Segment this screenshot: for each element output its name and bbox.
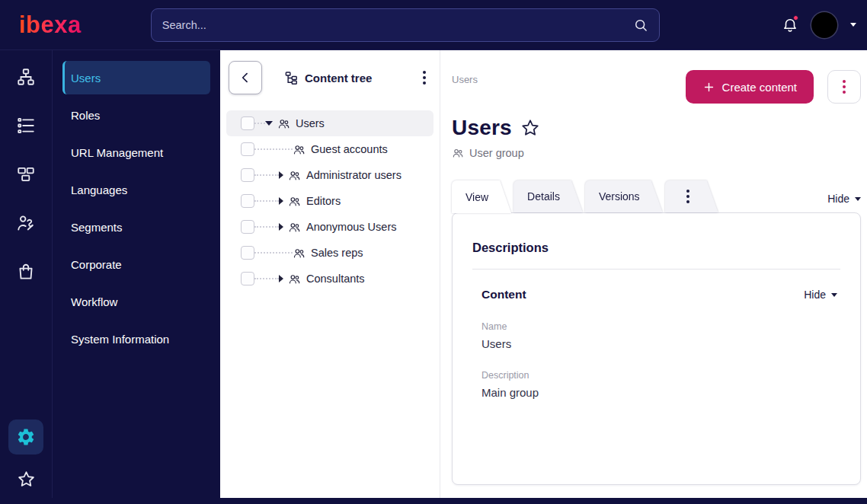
caret-right-icon[interactable] xyxy=(279,223,283,231)
tab-wrap: View xyxy=(452,180,511,212)
notifications-bell-icon[interactable] xyxy=(782,17,798,33)
caret-down-icon xyxy=(831,293,837,297)
section-hide-toggle[interactable]: Hide xyxy=(804,289,837,301)
tree-row-sales-reps[interactable]: Sales reps xyxy=(226,240,434,266)
sidebar-item-label: Workflow xyxy=(71,295,117,308)
tree-connector xyxy=(254,200,279,202)
search-icon[interactable] xyxy=(633,18,648,33)
sidebar-item-label: System Information xyxy=(71,333,169,346)
sidebar-item-system-information[interactable]: System Information xyxy=(62,322,210,356)
sidebar-item-corporate[interactable]: Corporate xyxy=(62,247,210,281)
sidebar-item-label: Users xyxy=(71,72,101,85)
tree-connector xyxy=(254,278,279,279)
tree-connector xyxy=(254,123,265,124)
top-actions: Create content xyxy=(686,70,861,104)
notification-dot xyxy=(793,15,798,21)
tree-kebab-menu-icon[interactable] xyxy=(420,68,429,88)
main-content: Users Create content Users xyxy=(440,50,867,498)
content-tree-panel: Content tree Users xyxy=(220,50,440,498)
sidebar-item-label: URL Management xyxy=(71,146,163,159)
sidebar-item-label: Corporate xyxy=(71,258,122,271)
user-menu-caret-icon[interactable] xyxy=(850,23,856,27)
tab-versions[interactable]: Versions xyxy=(585,180,663,212)
sidebar-item-segments[interactable]: Segments xyxy=(62,210,210,244)
rail-bottom xyxy=(8,419,43,498)
tree-item-label: Sales reps xyxy=(311,247,363,259)
sidebar-item-roles[interactable]: Roles xyxy=(62,98,210,132)
tree-checkbox[interactable] xyxy=(241,272,254,285)
tree-row-consultants[interactable]: Consultants xyxy=(226,266,434,292)
field-name: Name Users xyxy=(472,321,840,350)
sitemap-icon[interactable] xyxy=(16,67,36,87)
settings-gear-button[interactable] xyxy=(8,419,43,455)
tree-checkbox[interactable] xyxy=(241,142,254,156)
tree-checkbox[interactable] xyxy=(241,220,254,234)
card-heading: Descriptions xyxy=(472,241,840,255)
caret-down-icon[interactable] xyxy=(265,121,273,126)
user-group-icon xyxy=(293,247,306,260)
tree-row-administrator-users[interactable]: Administrator users xyxy=(226,162,434,188)
content-card: Descriptions Content Hide Name Users Des… xyxy=(452,212,861,485)
create-content-button[interactable]: Create content xyxy=(686,70,814,104)
section-title: Content xyxy=(481,288,526,301)
tree-row-users[interactable]: Users xyxy=(226,110,434,136)
sidebar-item-users[interactable]: Users xyxy=(62,61,210,94)
chevron-left-icon xyxy=(238,70,253,85)
user-avatar[interactable] xyxy=(811,12,837,38)
tab-label: View xyxy=(465,191,488,203)
content-tree-rows: Users Guest accounts xyxy=(220,110,440,292)
caret-right-icon[interactable] xyxy=(279,275,283,282)
kebab-icon xyxy=(840,77,849,97)
tab-more[interactable] xyxy=(665,180,718,212)
caret-right-icon[interactable] xyxy=(279,171,283,179)
sidebar-item-label: Segments xyxy=(71,221,123,234)
personalization-icon[interactable] xyxy=(16,213,36,233)
tree-connector xyxy=(254,226,279,228)
ibexa-logo[interactable]: ibexa xyxy=(19,13,82,37)
main-top-row: Users Create content xyxy=(452,70,861,104)
content-tree-header: Content tree xyxy=(220,50,440,94)
tab-view[interactable]: View xyxy=(452,180,511,213)
user-group-icon xyxy=(452,147,464,159)
tree-checkbox[interactable] xyxy=(241,168,254,182)
tab-label: Versions xyxy=(599,190,640,203)
tree-row-editors[interactable]: Editors xyxy=(226,188,434,214)
sidebar-item-url-management[interactable]: URL Management xyxy=(62,136,210,169)
bookmark-star-icon[interactable] xyxy=(520,118,540,138)
tree-connector xyxy=(254,174,279,176)
breadcrumb: Users xyxy=(452,70,478,85)
context-menu-button[interactable] xyxy=(827,70,861,104)
tree-checkbox[interactable] xyxy=(241,246,254,260)
tree-item-label: Anonymous Users xyxy=(306,221,396,233)
sidebar-item-label: Languages xyxy=(71,183,127,196)
sidebar: Users Roles URL Management Languages Seg… xyxy=(53,50,220,498)
modules-icon[interactable] xyxy=(16,164,36,184)
tree-checkbox[interactable] xyxy=(241,116,254,130)
tree-row-anonymous-users[interactable]: Anonymous Users xyxy=(226,214,434,240)
tab-details[interactable]: Details xyxy=(513,180,583,212)
bookmarks-star-icon[interactable] xyxy=(17,470,36,489)
tabs: View Details Versions xyxy=(452,180,718,212)
settings-gear-icon xyxy=(16,427,36,447)
kebab-icon xyxy=(683,187,693,206)
search-bar[interactable] xyxy=(151,8,660,42)
content-type-row: User group xyxy=(452,147,861,159)
search-input[interactable] xyxy=(162,19,633,31)
tree-checkbox[interactable] xyxy=(241,194,254,208)
divider xyxy=(472,269,840,270)
hide-toggle[interactable]: Hide xyxy=(827,193,861,212)
commerce-icon[interactable] xyxy=(16,262,36,282)
hide-label: Hide xyxy=(827,193,849,205)
sidebar-item-languages[interactable]: Languages xyxy=(62,173,210,206)
tree-item-label: Users xyxy=(296,117,325,129)
tabs-row: View Details Versions Hide xyxy=(452,180,861,212)
sidebar-item-workflow[interactable]: Workflow xyxy=(62,285,210,318)
caret-right-icon[interactable] xyxy=(279,197,283,205)
tree-row-guest-accounts[interactable]: Guest accounts xyxy=(226,136,434,162)
user-group-icon xyxy=(293,143,306,156)
content-list-icon[interactable] xyxy=(16,116,36,136)
plus-icon xyxy=(702,81,715,94)
field-description: Description Main group xyxy=(472,370,840,399)
collapse-tree-button[interactable] xyxy=(229,61,262,94)
user-group-icon xyxy=(288,273,301,285)
